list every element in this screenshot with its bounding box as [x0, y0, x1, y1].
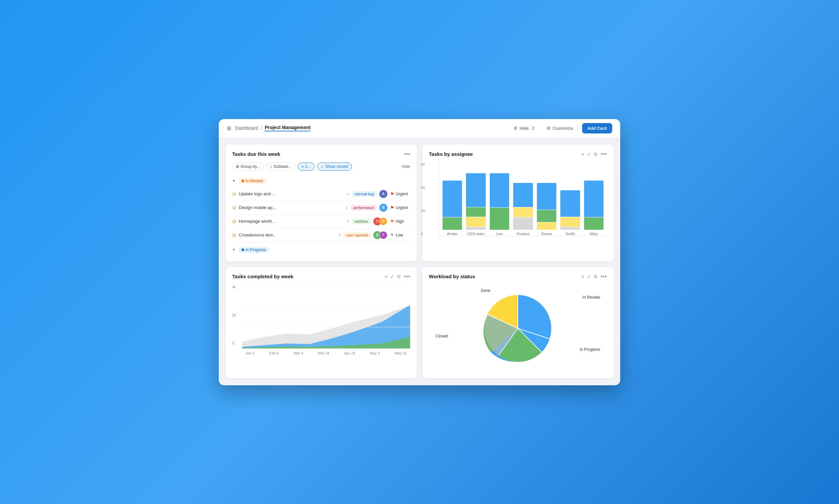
task-tag: performance — [351, 205, 377, 210]
settings-icon[interactable]: ⚙ — [593, 274, 598, 279]
pie-label-in-review: In Review — [583, 295, 600, 300]
more-icon[interactable]: ••• — [404, 274, 410, 280]
tasks-card-actions: ••• — [404, 151, 410, 157]
bar-segment — [466, 217, 485, 227]
bar-label: Leo — [497, 232, 502, 236]
filter-icon[interactable]: ≡ — [582, 274, 584, 279]
task-assignee: E F — [373, 231, 387, 239]
hide-column-btn[interactable]: Hide — [402, 164, 410, 169]
expand-icon[interactable]: ⤢ — [587, 274, 591, 279]
grid-icon: ⊞ — [227, 125, 231, 131]
bar-label: Product — [517, 232, 530, 236]
breadcrumb: ⊞ Dashboard / Project Management — [227, 125, 310, 131]
workload-card-title: Workload by status — [429, 274, 475, 279]
bar-label: CEO team — [467, 232, 484, 236]
task-tag: internal bug — [352, 191, 377, 197]
filter-icon[interactable]: ≡ — [385, 274, 387, 279]
status-dot — [242, 249, 244, 251]
avatar: D — [379, 217, 387, 226]
count-filter[interactable]: ≡ 2... — [298, 163, 315, 170]
pie-chart-svg-2 — [471, 288, 565, 368]
bar-segment — [560, 227, 580, 230]
bar-segment — [443, 217, 462, 230]
task-lines-icon: ≡ — [345, 205, 348, 210]
task-row[interactable]: ⊙ Design mobile ap... ≡ performance B ⚑ … — [232, 201, 410, 215]
task-priority: ⚑ Low — [390, 232, 410, 238]
bar-segment — [560, 217, 580, 227]
add-card-button[interactable]: Add Card — [582, 123, 612, 133]
task-name: Homepage wirefr... — [239, 219, 344, 224]
task-row[interactable]: ⊙ Update logo and ... ≡ internal bug A ⚑… — [232, 187, 410, 201]
task-priority: ⚑ Urgent — [390, 191, 410, 197]
avatar: B — [379, 204, 387, 212]
tasks-list: ⊙ Update logo and ... ≡ internal bug A ⚑… — [232, 187, 410, 242]
task-row[interactable]: ⊙ Homepage wirefr... ≡ webflow C D ⚑ Hig… — [232, 215, 410, 229]
settings-icon[interactable]: ⚙ — [397, 274, 401, 279]
subtask-filter[interactable]: ↕ Subtask... — [266, 163, 295, 170]
completed-card-header: Tasks completed by week ≡ ⤢ ⚙ ••• — [232, 274, 410, 280]
bar-segment — [537, 222, 556, 230]
task-lines-icon: ≡ — [339, 233, 341, 237]
bar-group: Leo — [490, 173, 509, 236]
bar-label: Devon — [541, 232, 552, 236]
status-dot — [242, 180, 244, 182]
priority-flag-icon: ⚑ — [390, 219, 394, 224]
more-icon[interactable]: ••• — [601, 151, 607, 157]
bar-group: Smith — [560, 190, 580, 235]
completed-card-title: Tasks completed by week — [232, 274, 293, 279]
tasks-card-title: Tasks due this week — [232, 151, 280, 157]
settings-icon[interactable]: ⚙ — [593, 152, 598, 157]
completed-card: Tasks completed by week ≡ ⤢ ⚙ ••• 4k 2k … — [226, 267, 417, 379]
task-name: Update logo and ... — [239, 191, 344, 196]
breadcrumb-dashboard[interactable]: Dashboard — [235, 125, 258, 131]
hide-button[interactable]: ⚙ Hide · 2 — [510, 124, 538, 133]
bar-label: Smith — [565, 232, 575, 236]
filter-icon[interactable]: ≡ — [582, 152, 584, 157]
y-axis-labels-area: 4k 2k 0 — [232, 285, 236, 345]
bar-segment — [537, 210, 556, 222]
task-status-icon: ⊙ — [232, 219, 236, 224]
filter-icon: ⚙ — [514, 126, 518, 131]
more-icon[interactable]: ••• — [601, 274, 607, 280]
bar-segment — [513, 208, 533, 217]
completed-card-actions: ≡ ⤢ ⚙ ••• — [385, 274, 410, 280]
in-review-group-header: ▼ In Review — [232, 176, 410, 186]
tasks-card-header: Tasks due this week ••• — [232, 151, 410, 157]
expand-icon[interactable]: ⤢ — [390, 274, 394, 279]
bar-segment — [537, 183, 556, 210]
task-status-icon: ⊙ — [232, 205, 236, 210]
subtask-icon: ↕ — [270, 164, 272, 169]
assignee-card-actions: ≡ ⤢ ⚙ ••• — [582, 151, 607, 157]
task-status-icon: ⊙ — [232, 232, 236, 238]
chevron-down-icon-2[interactable]: ▼ — [232, 248, 235, 252]
tasks-due-card: Tasks due this week ••• ⊞ Group by... ↕ … — [226, 144, 417, 262]
priority-flag-icon: ⚑ — [390, 232, 394, 238]
x-labels: Jan 3 Feb 4 Mar 4 Mar 24 Apr 24 May 4 Ma… — [242, 351, 410, 355]
group-icon: ⊞ — [236, 164, 239, 169]
bar-chart-wrapper: 60 40 20 0 AmberCEO teamLeoProductDevonS… — [429, 163, 607, 236]
bar-stack — [560, 190, 580, 230]
chevron-down-icon[interactable]: ▼ — [232, 179, 235, 183]
filter-bar: ⊞ Group by... ↕ Subtask... ≡ 2... ✓ Show… — [232, 163, 410, 170]
bar-segment — [466, 208, 485, 217]
bar-group: CEO team — [466, 173, 485, 236]
customize-button[interactable]: ⚙ Customize — [543, 124, 576, 133]
bar-segment — [560, 190, 580, 217]
task-assignee: C D — [373, 217, 387, 226]
task-assignee: A — [379, 190, 387, 198]
task-tag: user reported — [343, 232, 371, 238]
task-tag: webflow — [352, 219, 371, 224]
group-by-filter[interactable]: ⊞ Group by... — [232, 163, 264, 170]
show-closed-filter[interactable]: ✓ Show closed — [317, 163, 352, 170]
bar-segment — [490, 173, 509, 208]
bar-stack — [443, 181, 462, 230]
task-row[interactable]: ⊙ Crowdsource tem.. ≡ user reported E F … — [232, 229, 410, 242]
bar-stack — [537, 183, 556, 230]
customize-icon: ⚙ — [547, 126, 551, 131]
task-status-icon: ⊙ — [232, 191, 236, 197]
more-icon[interactable]: ••• — [404, 151, 410, 157]
bar-stack — [513, 183, 533, 230]
task-name: Design mobile ap... — [239, 205, 343, 210]
expand-icon[interactable]: ⤢ — [587, 152, 591, 157]
bar-label: Amber — [447, 232, 458, 236]
